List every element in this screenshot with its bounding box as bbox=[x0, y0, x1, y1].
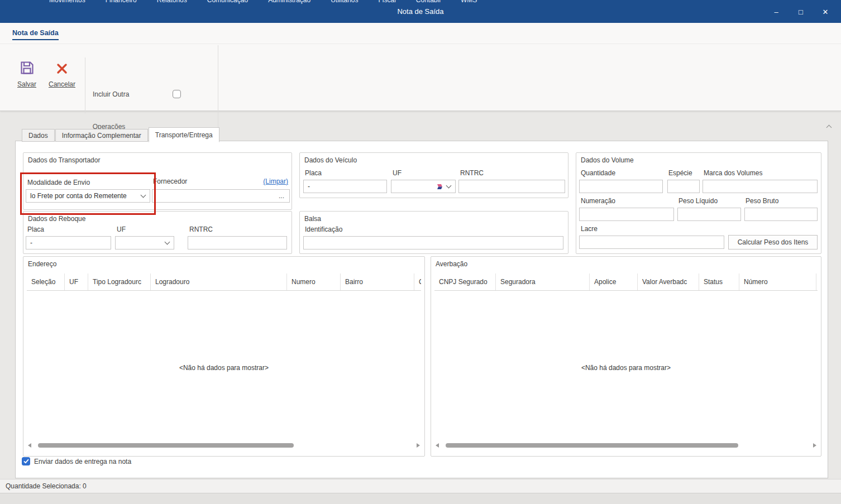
save-button-label: Salvar bbox=[11, 80, 42, 88]
endereco-hscrollbar[interactable] bbox=[28, 442, 420, 449]
scroll-right-icon[interactable] bbox=[417, 443, 420, 448]
veiculo-uf-select[interactable] bbox=[391, 180, 456, 193]
chevron-down-icon bbox=[165, 239, 170, 245]
menu-item[interactable]: Financeiro bbox=[106, 0, 137, 4]
column-header[interactable]: Logradouro bbox=[151, 273, 287, 290]
ribbon-tab-nota-de-saida[interactable]: Nota de Saída bbox=[12, 29, 59, 40]
menu-item[interactable]: Administração bbox=[268, 0, 310, 4]
lacre-input[interactable] bbox=[579, 236, 724, 249]
bottom-strip bbox=[0, 493, 841, 504]
fornecedor-browse-button[interactable]: ... bbox=[277, 189, 286, 203]
column-header[interactable]: UF bbox=[65, 273, 88, 290]
app-menubar: MovimentosFinanceiroRelatóriosComunicaçã… bbox=[49, 0, 477, 4]
group-title-transportador: Dados do Transportador bbox=[28, 156, 100, 164]
cancel-button[interactable]: Cancelar bbox=[45, 51, 79, 88]
calcular-peso-button[interactable]: Calcular Peso dos Itens bbox=[728, 235, 818, 249]
menu-item[interactable]: Movimentos bbox=[49, 0, 85, 4]
group-balsa: Balsa Identificação bbox=[299, 211, 568, 254]
chevron-up-icon bbox=[826, 125, 832, 131]
peso-liquido-input[interactable] bbox=[677, 208, 741, 221]
averbacao-table-header: CNPJ SeguradoSeguradoraApoliceValor Aver… bbox=[434, 273, 818, 291]
reboque-placa-label: Placa bbox=[27, 225, 44, 233]
maximize-button[interactable]: □ bbox=[789, 4, 813, 19]
peso-bruto-label: Peso Bruto bbox=[746, 197, 778, 205]
minimize-button[interactable]: – bbox=[764, 4, 789, 19]
scroll-left-icon[interactable] bbox=[436, 443, 439, 448]
ribbon-divider bbox=[0, 44, 841, 44]
identificacao-input[interactable] bbox=[303, 236, 563, 249]
marca-volumes-input[interactable] bbox=[703, 180, 818, 193]
status-text: Quantidade Selecionada: 0 bbox=[6, 482, 87, 490]
column-header[interactable]: CNPJ Segurado bbox=[434, 273, 496, 290]
document-tabs: Dados Informação Complementar Transporte… bbox=[22, 128, 220, 142]
reboque-rntrc-label: RNTRC bbox=[189, 225, 213, 233]
group-title-endereco: Endereço bbox=[28, 260, 56, 268]
window-titlebar: MovimentosFinanceiroRelatóriosComunicaçã… bbox=[0, 0, 841, 23]
veiculo-rntrc-input[interactable] bbox=[458, 180, 565, 193]
especie-input[interactable] bbox=[667, 180, 700, 193]
menu-item[interactable]: WMS bbox=[461, 0, 477, 4]
column-header[interactable]: Apolice bbox=[590, 273, 638, 290]
scroll-track[interactable] bbox=[442, 443, 810, 448]
column-header[interactable]: Bairro bbox=[341, 273, 414, 290]
column-header[interactable]: C bbox=[414, 273, 421, 290]
scroll-track[interactable] bbox=[35, 443, 413, 448]
limpar-link[interactable]: (Limpar) bbox=[263, 177, 288, 185]
ribbon-collapse-button[interactable] bbox=[827, 123, 831, 131]
peso-liquido-label: Peso Líquido bbox=[678, 197, 718, 205]
reboque-placa-input[interactable] bbox=[26, 236, 111, 249]
averbacao-hscrollbar[interactable] bbox=[436, 442, 816, 449]
menu-item[interactable]: Comunicação bbox=[207, 0, 248, 4]
quantidade-input[interactable] bbox=[579, 180, 663, 193]
include-other-checkbox[interactable] bbox=[173, 90, 181, 98]
tab-transporte-entrega[interactable]: Transporte/Entrega bbox=[149, 127, 219, 142]
scroll-thumb[interactable] bbox=[38, 443, 294, 448]
scroll-right-icon[interactable] bbox=[813, 443, 816, 448]
group-title-volume: Dados do Volume bbox=[581, 156, 634, 164]
group-endereco: Endereço SeleçãoUFTipo LogradourcLogrado… bbox=[23, 256, 425, 457]
scroll-thumb[interactable] bbox=[446, 443, 738, 448]
fornecedor-input[interactable] bbox=[152, 189, 290, 203]
lacre-label: Lacre bbox=[581, 225, 598, 233]
menu-item[interactable]: Relatórios bbox=[157, 0, 187, 4]
column-header[interactable]: Seleção bbox=[27, 273, 65, 290]
tab-informacao-complementar[interactable]: Informação Complementar bbox=[55, 129, 148, 142]
tab-dados[interactable]: Dados bbox=[22, 129, 55, 142]
modalidade-envio-select[interactable]: lo Frete por conta do Remetente bbox=[26, 189, 150, 203]
column-header[interactable]: Número bbox=[739, 273, 816, 290]
menu-item[interactable]: Contábil bbox=[416, 0, 441, 4]
group-title-balsa: Balsa bbox=[304, 215, 321, 223]
peso-bruto-input[interactable] bbox=[744, 208, 818, 221]
group-title-veiculo: Dados do Veículo bbox=[304, 156, 357, 164]
identificacao-label: Identificação bbox=[305, 225, 342, 233]
enviar-entrega-checkbox[interactable] bbox=[22, 457, 30, 465]
veiculo-placa-label: Placa bbox=[305, 169, 322, 177]
close-button[interactable]: ✕ bbox=[813, 4, 838, 19]
numeracao-input[interactable] bbox=[579, 208, 674, 221]
column-header[interactable]: Status bbox=[699, 273, 739, 290]
column-header[interactable]: Valor Averbadc bbox=[638, 273, 699, 290]
reboque-rntrc-input[interactable] bbox=[188, 236, 287, 249]
column-header[interactable]: Tipo Logradourc bbox=[88, 273, 151, 290]
group-dados-volume: Dados do Volume Quantidade Espécie Marca… bbox=[576, 152, 821, 254]
veiculo-placa-input[interactable] bbox=[303, 180, 387, 193]
reboque-uf-select[interactable] bbox=[115, 236, 174, 249]
column-header[interactable]: Numero bbox=[287, 273, 341, 290]
scroll-left-icon[interactable] bbox=[28, 443, 31, 448]
group-dados-veiculo: Dados do Veículo Placa UF RNTRC bbox=[299, 152, 568, 198]
save-button[interactable]: Salvar bbox=[11, 51, 42, 88]
menu-item[interactable]: Utilitários bbox=[331, 0, 358, 4]
enviar-entrega-label: Enviar dados de entrega na nota bbox=[34, 458, 131, 465]
group-dados-transportador: Dados do Transportador Modalidade de Env… bbox=[23, 152, 292, 210]
numeracao-label: Numeração bbox=[581, 197, 615, 205]
menu-item[interactable]: Fiscal bbox=[379, 0, 396, 4]
especie-label: Espécie bbox=[668, 169, 692, 177]
include-other-label: Incluir Outra bbox=[93, 90, 129, 98]
group-title-averbacao: Averbação bbox=[436, 260, 467, 268]
column-header[interactable]: Seguradora bbox=[496, 273, 590, 290]
window-title: Nota de Saída bbox=[0, 7, 841, 16]
veiculo-rntrc-label: RNTRC bbox=[460, 169, 484, 177]
chevron-down-icon bbox=[141, 193, 146, 198]
modalidade-envio-value: lo Frete por conta do Remetente bbox=[30, 192, 127, 200]
cancel-icon bbox=[45, 51, 79, 75]
